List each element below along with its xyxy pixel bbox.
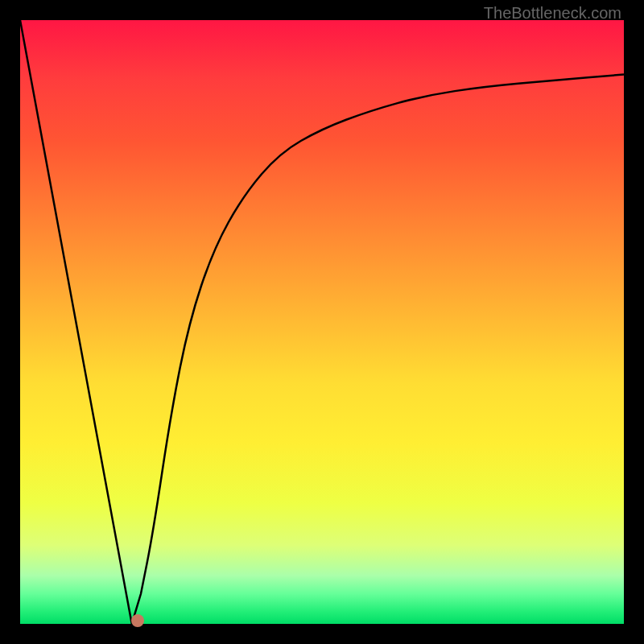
chart-marker-dot [131,614,144,627]
chart-curve [20,20,624,624]
watermark-text: TheBottleneck.com [484,4,621,23]
